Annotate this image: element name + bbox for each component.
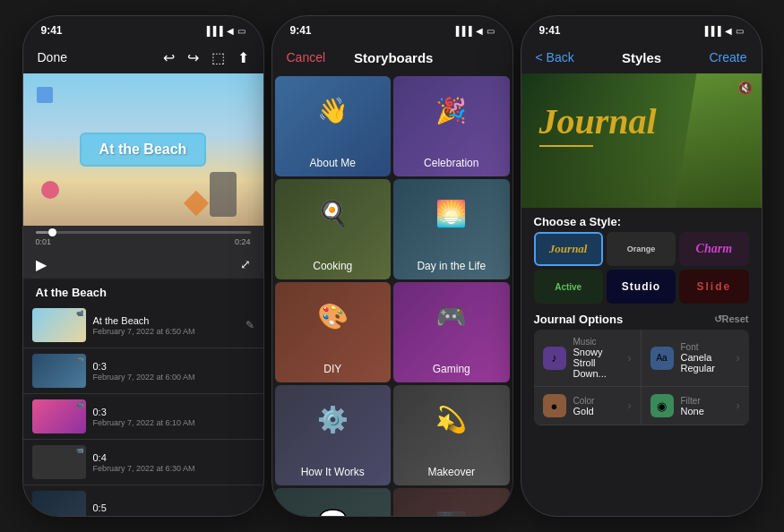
hero-preview: Journal 🔇 (521, 73, 762, 208)
music-icon: ♪ (543, 347, 566, 370)
cooking-label: Cooking (275, 260, 392, 272)
mute-icon[interactable]: 🔇 (737, 81, 753, 95)
clip-item-2[interactable]: 📹 0:3 February 7, 2022 at 6:10 AM (23, 394, 263, 440)
undo-icon[interactable]: ↩ (163, 49, 175, 66)
clip-name-2: 0:3 (93, 407, 247, 417)
sb-film[interactable]: 🎞️ Film (393, 488, 510, 517)
fullscreen-button[interactable]: ⤢ (240, 257, 251, 271)
charm-style-label: Charm (696, 242, 732, 256)
journal-options-label: Journal Options (534, 313, 624, 326)
time-3: 9:41 (539, 24, 561, 37)
option-font[interactable]: Aa Font Canela Regular › (642, 330, 749, 387)
style-slide[interactable]: Slide (679, 270, 748, 304)
clip-item-0[interactable]: 📹 At the Beach February 7, 2022 at 6:50 … (23, 303, 263, 348)
phone-3: 9:41 ▐▐▐ ◀ ▭ < Back Styles Create Journa… (521, 15, 762, 517)
title-card: At the Beach (80, 133, 207, 167)
time-end: 0:24 (235, 237, 251, 246)
diy-label: DIY (275, 363, 392, 375)
done-button[interactable]: Done (38, 50, 67, 64)
styles-grid: Journal Orange Charm Active Studio Slide (521, 232, 762, 304)
playback-bar: ▶ ⤢ (23, 250, 263, 279)
diy-icon: 🎨 (317, 302, 349, 331)
option-color[interactable]: ● Color Gold › (534, 387, 642, 425)
play-button[interactable]: ▶ (36, 256, 47, 273)
scrubber-times: 0:01 0:24 (36, 237, 251, 246)
share-icon[interactable]: ⬆ (237, 49, 249, 66)
clip-icon-2: 📹 (76, 401, 84, 408)
cooking-icon: 🍳 (317, 199, 349, 228)
clip-thumb-2: 📹 (32, 399, 86, 433)
clip-item-3[interactable]: 📹 0:4 February 7, 2022 at 6:30 AM (23, 440, 263, 485)
gaming-label: Gaming (393, 363, 510, 375)
journal-style-label: Journal (549, 242, 588, 256)
sb-cooking[interactable]: 🍳 Cooking (275, 179, 392, 279)
back-button[interactable]: < Back (536, 50, 574, 64)
style-orange[interactable]: Orange (607, 232, 676, 266)
signal-icon-3: ▐▐▐ (702, 26, 720, 36)
clip-thumb-3: 📹 (32, 445, 86, 479)
sb-diy[interactable]: 🎨 DIY (275, 282, 392, 382)
color-content: Color Gold (573, 396, 621, 416)
clip-meta-2: February 7, 2022 at 6:10 AM (93, 418, 247, 427)
filter-icon: ◉ (650, 394, 674, 417)
hero-line (539, 145, 593, 147)
phone3-nav: < Back Styles Create (521, 41, 762, 73)
deco-circle (41, 181, 59, 199)
clip-item-1[interactable]: 📹 0:3 February 7, 2022 at 6:00 AM (23, 348, 263, 394)
choose-style-title: Choose a Style: (521, 208, 762, 232)
style-studio[interactable]: Studio (607, 270, 676, 304)
clip-icon-0: 📹 (76, 310, 84, 317)
active-style-label: Active (555, 282, 582, 292)
status-bar-3: 9:41 ▐▐▐ ◀ ▭ (521, 16, 762, 41)
wifi-icon-3: ◀ (725, 26, 732, 36)
crop-icon[interactable]: ⬚ (211, 49, 225, 66)
style-charm[interactable]: Charm (679, 232, 748, 266)
phone1-nav: Done ↩ ↪ ⬚ ⬆ (23, 41, 263, 73)
clip-name-4: 0:5 (93, 502, 247, 513)
howitworks-icon: ⚙️ (317, 405, 349, 434)
storyboard-grid: 👋 About Me 🎉 Celebration 🍳 Cooking 🌅 Day… (272, 73, 513, 517)
status-icons-2: ▐▐▐ ◀ ▭ (452, 26, 494, 36)
sb-dayinlife[interactable]: 🌅 Day in the Life (393, 179, 510, 279)
sb-qa[interactable]: 💬 Q&A (275, 488, 392, 517)
scrubber-bar[interactable] (36, 231, 251, 234)
color-label: Color (573, 396, 621, 406)
create-button[interactable]: Create (709, 50, 746, 64)
gaming-icon: 🎮 (435, 302, 467, 331)
color-icon: ● (543, 394, 566, 417)
time-start: 0:01 (36, 237, 52, 246)
dayinlife-icon: 🌅 (435, 199, 467, 228)
time-2: 9:41 (290, 24, 312, 37)
style-active[interactable]: Active (534, 270, 603, 304)
option-filter[interactable]: ◉ Filter None › (642, 387, 749, 425)
clip-info-1: 0:3 February 7, 2022 at 6:00 AM (86, 361, 254, 382)
clip-info-4: 0:5 (86, 502, 254, 513)
signal-icon-2: ▐▐▐ (452, 26, 471, 36)
status-bar-1: 9:41 ▐▐▐ ◀ ▭ (23, 16, 263, 41)
person-silhouette (210, 172, 237, 217)
nav-icons: ↩ ↪ ⬚ ⬆ (163, 49, 249, 66)
music-value: Snowy Stroll Down... (573, 347, 621, 379)
clip-meta-3: February 7, 2022 at 6:30 AM (93, 464, 247, 473)
redo-icon[interactable]: ↪ (187, 49, 199, 66)
scrubber[interactable]: 0:01 0:24 (23, 226, 263, 250)
clip-thumb-0: 📹 (32, 308, 86, 342)
status-icons-3: ▐▐▐ ◀ ▭ (702, 26, 743, 36)
clip-item-4[interactable]: 0:5 (23, 485, 263, 517)
filter-arrow: › (737, 399, 740, 412)
sb-makeover[interactable]: 💫 Makeover (393, 385, 510, 485)
reset-button[interactable]: ↺Reset (714, 313, 749, 325)
sb-gaming[interactable]: 🎮 Gaming (393, 282, 510, 382)
music-content: Music Snowy Stroll Down... (573, 337, 621, 379)
battery-icon: ▭ (237, 26, 246, 36)
clip-edit-0[interactable]: ✎ (246, 319, 254, 331)
option-music[interactable]: ♪ Music Snowy Stroll Down... › (534, 330, 642, 387)
style-journal[interactable]: Journal (534, 232, 603, 266)
orange-style-label: Orange (627, 245, 656, 253)
aboutme-label: About Me (275, 157, 392, 169)
sb-celebration[interactable]: 🎉 Celebration (393, 76, 510, 176)
sb-aboutme[interactable]: 👋 About Me (275, 76, 392, 176)
sb-howitworks[interactable]: ⚙️ How It Works (275, 385, 392, 485)
celebration-icon: 🎉 (435, 96, 467, 125)
cancel-button[interactable]: Cancel (287, 50, 326, 64)
